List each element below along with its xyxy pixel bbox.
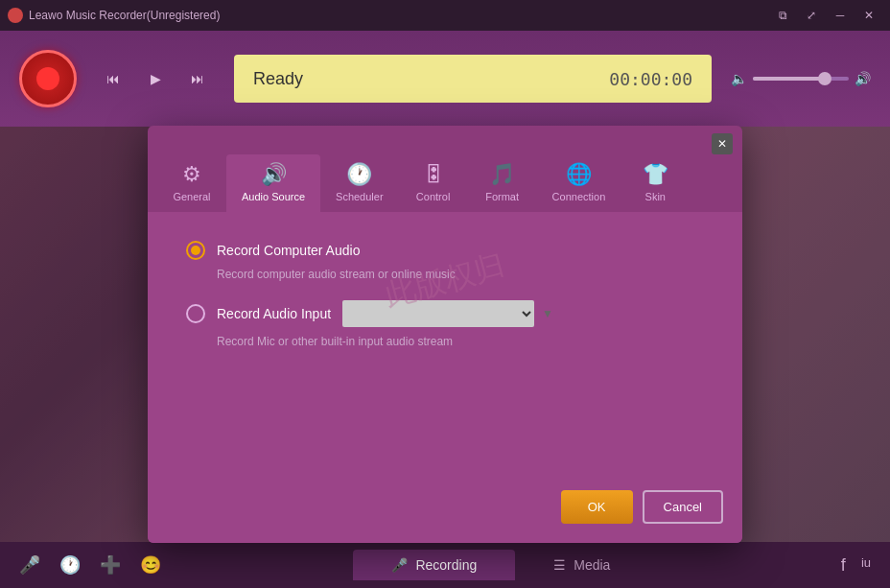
time-display: 00:00:00	[609, 69, 692, 89]
record-computer-audio-desc: Record computer audio stream or online m…	[217, 268, 704, 281]
add-icon[interactable]: ➕	[100, 554, 121, 576]
tab-audio-source-label: Audio Source	[242, 191, 305, 202]
cancel-button[interactable]: Cancel	[643, 490, 723, 524]
tab-format-label: Format	[485, 191, 519, 202]
taskbar-right: f iu	[841, 555, 871, 576]
facebook-icon[interactable]: f	[841, 555, 846, 576]
restore-button[interactable]: ⧉	[769, 5, 796, 26]
app-icon	[8, 8, 23, 23]
radio-computer-audio[interactable]	[186, 241, 205, 260]
media-tab-label: Media	[574, 557, 610, 573]
settings-modal: ✕ ⚙ General 🔊 Audio Source 🕐 Scheduler 🎛	[148, 126, 742, 543]
app-title: Leawo Music Recorder(Unregistered)	[29, 9, 220, 22]
dropdown-arrow-icon: ▼	[542, 307, 553, 320]
tab-control-label: Control	[416, 191, 450, 202]
volume-knob[interactable]	[818, 72, 831, 85]
tab-control[interactable]: 🎛 Control	[399, 154, 468, 212]
main-toolbar: ⏮ ▶ ⏭ Ready 00:00:00 🔈 🔊	[0, 31, 890, 127]
radio-computer-audio-fill	[191, 246, 200, 255]
clock-icon: 🕐	[346, 162, 372, 187]
volume-control: 🔈 🔊	[731, 71, 871, 86]
media-tab-icon: ☰	[553, 557, 566, 573]
radio-audio-input[interactable]	[186, 304, 205, 323]
modal-header: ✕	[148, 126, 742, 154]
play-button[interactable]: ▶	[138, 61, 173, 96]
close-button[interactable]: ✕	[855, 5, 882, 26]
history-icon[interactable]: 🕐	[59, 554, 81, 576]
tab-general[interactable]: ⚙ General	[157, 154, 226, 212]
tab-general-label: General	[173, 191, 210, 202]
record-audio-input-option[interactable]: Record Audio Input ▼	[186, 300, 704, 327]
maximize-button[interactable]: ⤢	[798, 5, 825, 26]
transport-controls: ⏮ ▶ ⏭	[96, 61, 215, 96]
volume-icon: 🔈	[731, 71, 747, 86]
face-icon[interactable]: 😊	[140, 554, 161, 576]
progress-area: Ready 00:00:00	[234, 55, 712, 103]
record-button[interactable]	[19, 50, 77, 107]
gear-icon: ⚙	[182, 162, 201, 187]
rewind-button[interactable]: ⏮	[96, 61, 130, 96]
taskbar-tab-media[interactable]: ☰ Media	[515, 550, 648, 580]
modal-tabs: ⚙ General 🔊 Audio Source 🕐 Scheduler 🎛 C…	[148, 154, 742, 212]
minimize-button[interactable]: ─	[827, 5, 854, 26]
record-dot	[36, 67, 59, 90]
tab-connection-label: Connection	[552, 191, 606, 202]
tab-scheduler[interactable]: 🕐 Scheduler	[320, 154, 399, 212]
tab-skin[interactable]: 👕 Skin	[621, 154, 690, 212]
title-bar-left: Leawo Music Recorder(Unregistered)	[8, 8, 220, 23]
recording-tab-label: Recording	[415, 557, 477, 573]
content-area: ✕ ⚙ General 🔊 Audio Source 🕐 Scheduler 🎛	[0, 127, 890, 542]
tab-format[interactable]: 🎵 Format	[468, 154, 537, 212]
ok-button[interactable]: OK	[561, 490, 633, 524]
modal-overlay: ✕ ⚙ General 🔊 Audio Source 🕐 Scheduler 🎛	[0, 127, 890, 542]
mic-icon[interactable]: 🎤	[19, 554, 40, 576]
record-audio-input-desc: Record Mic or other built-in input audio…	[217, 335, 704, 348]
modal-close-button[interactable]: ✕	[712, 133, 733, 154]
taskbar: 🎤 🕐 ➕ 😊 🎤 Recording ☰ Media f iu	[0, 542, 890, 588]
taskbar-tab-recording[interactable]: 🎤 Recording	[353, 550, 515, 580]
sliders-icon: 🎛	[423, 162, 444, 187]
audio-input-select[interactable]	[342, 300, 534, 327]
recording-tab-icon: 🎤	[391, 557, 408, 573]
iu-icon[interactable]: iu	[861, 555, 871, 576]
music-note-icon: 🎵	[489, 162, 515, 187]
audio-input-row: ▼	[342, 300, 553, 327]
window-controls: ⧉ ⤢ ─ ✕	[769, 5, 882, 26]
speaker-icon: 🔊	[261, 162, 287, 187]
record-audio-input-label: Record Audio Input	[217, 306, 331, 321]
tab-audio-source[interactable]: 🔊 Audio Source	[226, 154, 320, 212]
record-computer-audio-label: Record Computer Audio	[217, 243, 360, 258]
modal-footer: OK Cancel	[148, 481, 742, 543]
status-text: Ready	[253, 69, 303, 89]
tab-connection[interactable]: 🌐 Connection	[537, 154, 621, 212]
globe-icon: 🌐	[566, 162, 592, 187]
volume-fill	[753, 77, 825, 81]
shirt-icon: 👕	[643, 162, 668, 187]
forward-button[interactable]: ⏭	[180, 61, 215, 96]
title-bar: Leawo Music Recorder(Unregistered) ⧉ ⤢ ─…	[0, 0, 890, 31]
taskbar-tabs: 🎤 Recording ☰ Media	[180, 550, 822, 580]
modal-body: Record Computer Audio Record computer au…	[148, 212, 742, 481]
tab-skin-label: Skin	[645, 191, 666, 202]
record-computer-audio-option[interactable]: Record Computer Audio	[186, 241, 704, 260]
volume-slider[interactable]	[753, 77, 849, 81]
tab-scheduler-label: Scheduler	[336, 191, 384, 202]
volume-high-icon: 🔊	[855, 71, 871, 86]
